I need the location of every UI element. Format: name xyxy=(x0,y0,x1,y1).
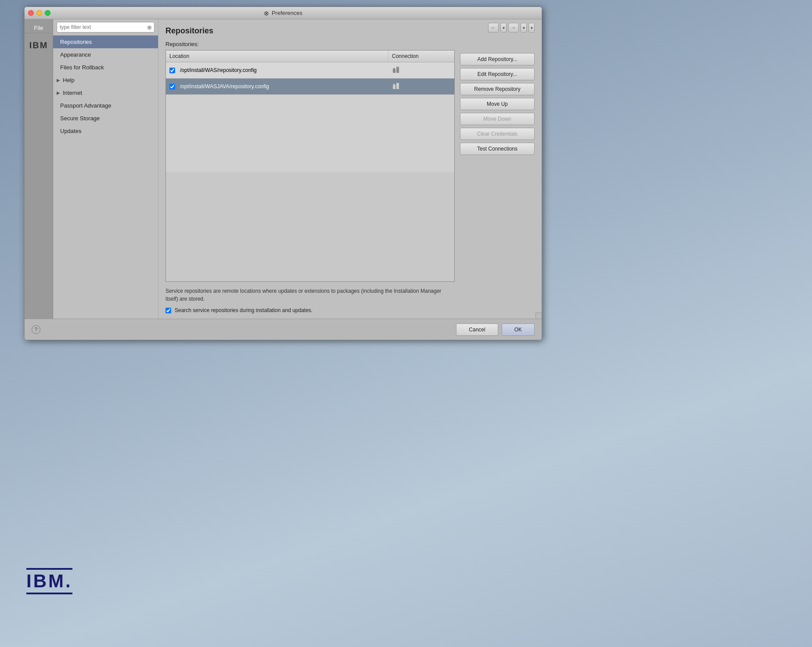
svg-rect-6 xyxy=(394,84,395,85)
menu-dropdown[interactable]: ▾ xyxy=(528,23,535,32)
filter-input-container: ⊕ xyxy=(57,22,154,32)
maximize-button[interactable] xyxy=(45,10,50,16)
repos-section: Repositories: Location Connection xyxy=(165,41,455,333)
ibm-small-logo: IBM xyxy=(28,39,50,52)
sidebar-item-label: Appearance xyxy=(60,51,91,58)
table-body: /opt/install/WAS/repository.config xyxy=(166,62,454,172)
search-input[interactable] xyxy=(57,22,154,32)
row-checkbox[interactable] xyxy=(169,84,175,90)
move-up-button[interactable]: Move Up xyxy=(460,98,535,110)
col-connection-header: Connection xyxy=(388,50,454,62)
traffic-lights xyxy=(28,10,50,16)
svg-rect-0 xyxy=(393,68,395,73)
sidebar-item-label: Secure Storage xyxy=(60,115,100,122)
help-button[interactable]: ? xyxy=(32,325,40,334)
add-repository-button[interactable]: Add Repository... xyxy=(460,53,535,65)
window-title: Preferences xyxy=(272,10,302,16)
svg-rect-7 xyxy=(397,84,398,85)
title-bar-text: ⊗ Preferences xyxy=(264,10,302,17)
table-empty-area xyxy=(166,172,454,282)
app-body: File IBM ⊕ Repositories Appearance Files… xyxy=(25,19,542,340)
svg-rect-2 xyxy=(394,68,395,68)
sidebar-item-label: Repositories xyxy=(60,39,92,45)
connection-icon xyxy=(392,81,401,92)
clear-credentials-button[interactable]: Clear Credentials xyxy=(460,128,535,140)
sidebar-item-files-for-rollback[interactable]: Files for Rollback xyxy=(53,61,158,74)
forward-button[interactable]: → xyxy=(508,23,519,32)
close-button[interactable] xyxy=(28,10,34,16)
back-button[interactable]: ← xyxy=(488,23,499,32)
search-checkbox-label: Search service repositories during insta… xyxy=(175,307,313,313)
sidebar-item-help[interactable]: ▶ Help xyxy=(53,74,158,86)
row-location: /opt/install/WASJAVA/repository.config xyxy=(178,81,388,92)
ibm-logo-area: IBM. xyxy=(26,568,72,594)
table-row[interactable]: /opt/install/WASJAVA/repository.config xyxy=(166,79,454,95)
sidebar-item-passport-advantage[interactable]: Passport Advantage xyxy=(53,99,158,112)
nav-buttons: ← ▾ → ▾ ▾ xyxy=(488,23,535,32)
dialog-footer-buttons: Cancel OK xyxy=(456,324,535,336)
cancel-button[interactable]: Cancel xyxy=(456,324,498,336)
scrollbar-corner xyxy=(535,313,542,319)
move-down-button[interactable]: Move Down xyxy=(460,113,535,125)
right-buttons-panel: Add Repository... Edit Repository... Rem… xyxy=(460,41,535,333)
sidebar: ⊕ Repositories Appearance Files for Roll… xyxy=(53,19,158,340)
row-checkbox-cell xyxy=(166,65,178,76)
forward-dropdown[interactable]: ▾ xyxy=(521,23,527,32)
content-panel: Repositories: Location Connection xyxy=(165,41,535,333)
search-service-checkbox[interactable] xyxy=(165,308,171,313)
repos-label: Repositories: xyxy=(165,41,455,47)
title-icon: ⊗ xyxy=(264,10,269,17)
sidebar-item-updates[interactable]: Updates xyxy=(53,125,158,137)
app-window: ⊗ Preferences ← ▾ → ▾ ▾ File IBM ⊕ xyxy=(24,7,542,340)
filter-input-wrap: ⊕ xyxy=(53,19,158,36)
table-row[interactable]: /opt/install/WAS/repository.config xyxy=(166,62,454,79)
main-content: Repositories Repositories: Location Conn… xyxy=(158,19,542,340)
table-header: Location Connection xyxy=(166,50,454,62)
search-checkbox-row: Search service repositories during insta… xyxy=(165,307,455,313)
sidebar-item-label: Files for Rollback xyxy=(60,64,104,71)
description-text: Service repositories are remote location… xyxy=(165,287,455,303)
sidebar-item-label: Updates xyxy=(60,128,81,134)
sidebar-item-internet[interactable]: ▶ Internet xyxy=(53,86,158,99)
row-checkbox-cell xyxy=(166,81,178,92)
row-location: /opt/install/WAS/repository.config xyxy=(178,65,388,76)
chevron-right-icon: ▶ xyxy=(57,78,60,83)
chevron-right-icon: ▶ xyxy=(57,90,60,95)
row-connection xyxy=(388,62,454,78)
title-bar: ⊗ Preferences xyxy=(25,7,542,19)
svg-rect-3 xyxy=(397,68,398,68)
svg-rect-4 xyxy=(393,85,395,89)
row-checkbox[interactable] xyxy=(169,68,175,73)
sidebar-item-label: Internet xyxy=(63,90,82,96)
search-icon: ⊕ xyxy=(147,24,152,31)
connection-icon xyxy=(392,65,401,75)
menu-bar: File IBM xyxy=(25,19,53,340)
page-title: Repositories xyxy=(165,26,535,36)
repos-table: Location Connection /opt/install/WAS/rep… xyxy=(165,50,455,282)
dialog-footer: ? Cancel OK xyxy=(25,319,542,340)
sidebar-item-label: Help xyxy=(63,77,75,83)
sidebar-item-label: Passport Advantage xyxy=(60,102,111,109)
ibm-logo: IBM. xyxy=(26,568,72,594)
file-menu[interactable]: File xyxy=(25,23,53,33)
col-location-header: Location xyxy=(166,50,388,62)
sidebar-item-appearance[interactable]: Appearance xyxy=(53,48,158,61)
minimize-button[interactable] xyxy=(36,10,42,16)
sidebar-item-repositories[interactable]: Repositories xyxy=(53,36,158,48)
back-dropdown[interactable]: ▾ xyxy=(500,23,507,32)
ok-button[interactable]: OK xyxy=(502,324,535,336)
remove-repository-button[interactable]: Remove Repository xyxy=(460,83,535,95)
edit-repository-button[interactable]: Edit Repository... xyxy=(460,68,535,80)
row-connection xyxy=(388,79,454,94)
sidebar-item-secure-storage[interactable]: Secure Storage xyxy=(53,112,158,125)
sidebar-nav: Repositories Appearance Files for Rollba… xyxy=(53,36,158,340)
test-connections-button[interactable]: Test Connections xyxy=(460,143,535,155)
